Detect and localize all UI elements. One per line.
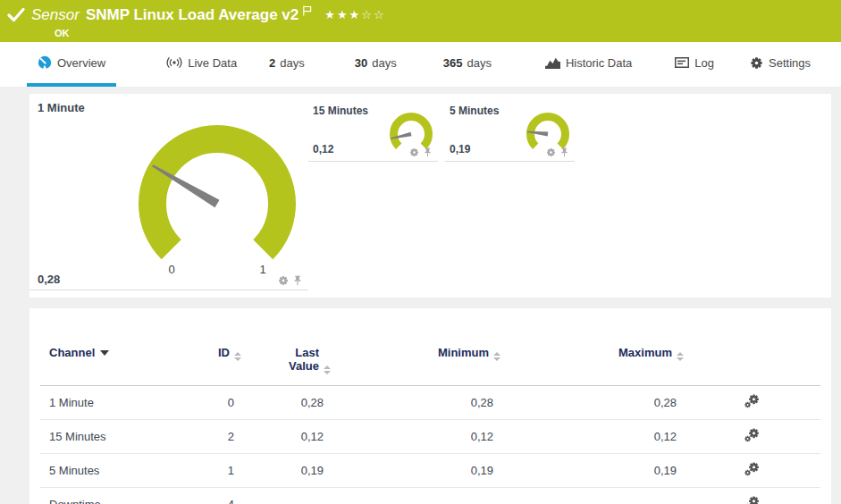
tab-2-days[interactable]: 2 days xyxy=(258,42,315,87)
channel-id-cell: 2 xyxy=(201,420,241,454)
column-label: Last Value xyxy=(273,346,319,373)
tab-365-days[interactable]: 365 days xyxy=(433,42,502,87)
gauge-scale-min-label: 0 xyxy=(168,263,174,276)
table-row: Downtime -4 xyxy=(40,488,820,504)
tab-number: 2 xyxy=(269,56,275,70)
channel-maximum-cell: 0,28 xyxy=(500,386,684,420)
channel-minimum-cell: 0,28 xyxy=(331,386,500,420)
column-header-channel[interactable]: Channel xyxy=(40,344,201,386)
gauge-value: 0,19 xyxy=(450,143,470,155)
column-header-minimum[interactable]: Minimum xyxy=(331,344,500,386)
channel-id-cell: -4 xyxy=(201,488,241,504)
table-row: 15 Minutes 2 0,12 0,12 0,12 xyxy=(40,420,820,454)
sort-icon xyxy=(324,365,331,374)
gauges-panel: 1 Minute 0 1 0,28 15 Minutes 0,12 5 Minu… xyxy=(29,94,831,298)
channel-name-cell: 1 Minute xyxy=(40,386,201,420)
sensor-status-text: OK xyxy=(55,28,832,38)
channel-table: Channel ID Last Value Minimum Maximum 1 … xyxy=(40,344,820,504)
tab-label: Overview xyxy=(57,56,105,70)
tab-30-days[interactable]: 30 days xyxy=(344,42,408,87)
channel-id-cell: 1 xyxy=(201,454,241,488)
gauge-pin-icon[interactable] xyxy=(423,147,433,157)
stars-empty: ☆☆ xyxy=(361,8,385,21)
tab-number: 365 xyxy=(443,56,463,70)
tab-bar: Overview Live Data 2 days 30 days 365 da… xyxy=(0,42,841,87)
gauge-scale-max-label: 1 xyxy=(259,263,265,276)
sorted-desc-icon xyxy=(100,350,109,356)
tab-number: 30 xyxy=(355,56,367,70)
broadcast-icon xyxy=(166,55,182,70)
column-label: Minimum xyxy=(438,346,489,359)
gauge-cell-1-minute: 1 Minute 0 1 0,28 xyxy=(29,94,308,290)
channel-name-cell: Downtime xyxy=(40,488,201,504)
column-header-maximum[interactable]: Maximum xyxy=(500,344,684,386)
channel-last-value-cell: 0,28 xyxy=(241,386,331,420)
channel-minimum-cell: 0,19 xyxy=(331,454,500,488)
flag-icon[interactable] xyxy=(303,4,312,20)
column-label: Channel xyxy=(49,346,95,359)
channel-settings-gears-icon[interactable] xyxy=(744,394,760,408)
gauge-title: 5 Minutes xyxy=(450,105,499,117)
channel-settings-gears-icon[interactable] xyxy=(744,496,760,504)
tab-label: Settings xyxy=(769,56,811,70)
table-row: 1 Minute 0 0,28 0,28 0,28 xyxy=(40,386,820,420)
channel-maximum-cell xyxy=(500,488,684,504)
channel-settings-gears-icon[interactable] xyxy=(744,462,760,476)
tab-label: Historic Data xyxy=(566,56,632,70)
table-header-row: Channel ID Last Value Minimum Maximum xyxy=(40,344,820,386)
gauge-title: 1 Minute xyxy=(38,101,85,114)
area-chart-icon xyxy=(545,57,560,69)
channels-panel: Channel ID Last Value Minimum Maximum 1 … xyxy=(29,308,831,504)
tab-overview[interactable]: Overview xyxy=(27,42,116,87)
tab-label: days xyxy=(372,56,396,70)
channel-id-cell: 0 xyxy=(201,386,241,420)
gauge-settings-gear-icon[interactable] xyxy=(278,275,289,286)
object-kind-label: Sensor xyxy=(31,6,80,24)
channel-minimum-cell: 0,12 xyxy=(331,420,500,454)
channel-last-value-cell: 0,19 xyxy=(241,454,331,488)
gauge-pin-icon[interactable] xyxy=(559,147,569,157)
tab-label: Live Data xyxy=(188,56,237,70)
tab-historic-data[interactable]: Historic Data xyxy=(534,42,643,87)
channel-last-value-cell xyxy=(241,488,331,504)
channel-name-cell: 15 Minutes xyxy=(40,420,201,454)
gauge-cell-15-minutes: 15 Minutes 0,12 xyxy=(308,94,438,162)
gauge-settings-gear-icon[interactable] xyxy=(546,147,556,157)
gauge-pin-icon[interactable] xyxy=(292,275,303,286)
sort-icon xyxy=(234,352,241,361)
tab-settings[interactable]: Settings xyxy=(739,42,821,87)
column-header-actions xyxy=(684,344,820,386)
channel-maximum-cell: 0,12 xyxy=(500,420,684,454)
gauge-settings-gear-icon[interactable] xyxy=(409,147,419,157)
channel-settings-gears-icon[interactable] xyxy=(744,428,760,442)
gear-icon xyxy=(750,56,763,70)
tab-live-data[interactable]: Live Data xyxy=(156,42,248,87)
column-header-last-value[interactable]: Last Value xyxy=(241,344,331,386)
tab-log[interactable]: Log xyxy=(664,42,725,87)
gauge-value: 0,12 xyxy=(313,143,333,155)
table-row: 5 Minutes 1 0,19 0,19 0,19 xyxy=(40,454,820,488)
tab-label: days xyxy=(280,56,304,70)
sensor-status-bar: Sensor SNMP Linux Load Average v2 ★★★☆☆ … xyxy=(0,0,841,42)
gauge-1-minute: 0 1 xyxy=(123,119,311,278)
sort-icon xyxy=(677,352,684,361)
column-label: Maximum xyxy=(618,346,672,359)
status-check-icon xyxy=(7,7,25,23)
priority-stars[interactable]: ★★★☆☆ xyxy=(324,8,385,21)
tab-label: Log xyxy=(694,56,714,70)
channel-table-body: 1 Minute 0 0,28 0,28 0,28 15 Minutes 2 0… xyxy=(40,386,820,504)
sensor-title: SNMP Linux Load Average v2 xyxy=(86,6,299,24)
column-header-id[interactable]: ID xyxy=(201,344,241,386)
channel-last-value-cell: 0,12 xyxy=(241,420,331,454)
gauge-title: 15 Minutes xyxy=(313,105,368,117)
tab-label: days xyxy=(467,56,491,70)
channel-minimum-cell xyxy=(331,488,500,504)
log-icon xyxy=(675,57,689,68)
channel-name-cell: 5 Minutes xyxy=(40,454,201,488)
channel-maximum-cell: 0,19 xyxy=(500,454,684,488)
gauge-icon xyxy=(38,55,52,70)
stars-filled: ★★★ xyxy=(324,8,361,21)
gauge-value: 0,28 xyxy=(38,273,60,286)
gauge-cell-5-minutes: 5 Minutes 0,19 xyxy=(445,94,575,162)
column-label: ID xyxy=(218,346,230,359)
